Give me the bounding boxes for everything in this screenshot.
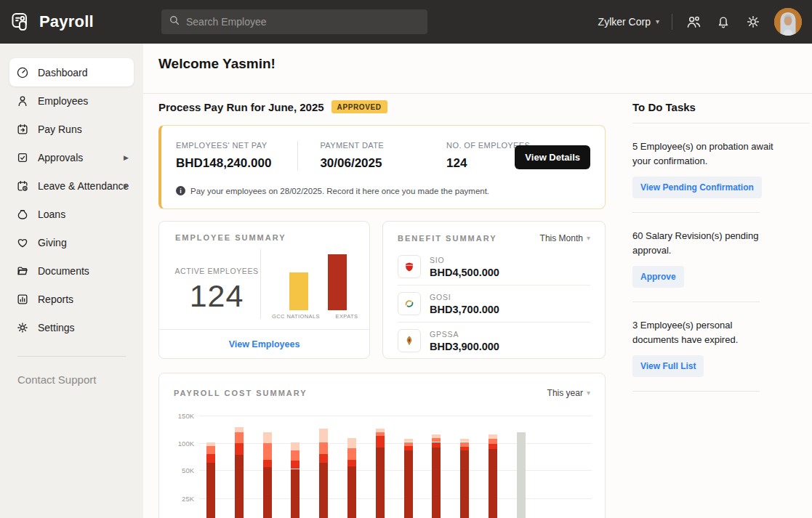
bar-9-segment-peach (432, 434, 441, 438)
reports-bar-chart-icon (16, 293, 29, 306)
sidebar-item-label: Leave & Attendance (38, 180, 129, 192)
referrals-people-icon[interactable] (685, 13, 702, 31)
user-avatar[interactable] (774, 8, 802, 36)
sidebar-item-loans[interactable]: Loans (9, 200, 134, 228)
sidebar-item-documents[interactable]: Documents (9, 256, 134, 285)
todo-header-divider (632, 123, 810, 124)
bar-5-segment-dark-red (319, 463, 328, 518)
bar-12-segment-future-gray (517, 432, 526, 518)
sidebar-item-label: Pay Runs (38, 124, 82, 135)
payroll-cost-stacked-bar-chart: 150K100K50K25K (159, 408, 605, 518)
active-employees-count: 124 (169, 278, 264, 314)
bar-1-segment-peach (206, 442, 215, 446)
gpssa-logo-icon (398, 329, 421, 352)
benefit-filter-dropdown[interactable]: This Month ▾ (540, 233, 590, 243)
task-divider (632, 302, 760, 302)
view-pending-confirmation-button[interactable]: View Pending Confirmation (632, 177, 762, 198)
notifications-bell-icon[interactable] (715, 13, 732, 31)
sidebar-item-pay-runs[interactable]: Pay Runs (9, 115, 134, 143)
org-switcher[interactable]: Zylker Corp ▾ (598, 16, 659, 28)
bar-6-segment-dark-red (347, 466, 356, 518)
sidebar-item-approvals[interactable]: Approvals ▶ (9, 143, 134, 171)
dashboard-icon (16, 66, 29, 79)
sidebar-item-label: Employees (38, 95, 88, 107)
bar-10-segment-bright-red (460, 446, 469, 450)
benefit-row-gpssa: GPSSA BHD3,900.000 (398, 323, 590, 359)
payroll-cost-card: PAYROLL COST SUMMARY This year ▾ 150K100… (158, 373, 606, 518)
search-input[interactable] (186, 16, 420, 28)
payrun-title: Process Pay Run for June, 2025 (158, 101, 324, 113)
employee-card-footer: View Employees (159, 329, 369, 358)
gosi-logo-icon (398, 292, 421, 315)
approvals-check-icon (16, 151, 29, 164)
bar-7-segment-bright-red (376, 436, 385, 448)
todo-task-expired-documents: 3 Employee(s) personal documents have ex… (632, 318, 810, 392)
payrun-note-text: Pay your employees on 28/02/2025. Record… (190, 187, 489, 195)
bar-8-segment-bright-red (404, 446, 413, 450)
bar-11-segment-coral (489, 439, 497, 444)
benefit-name: GOSI (430, 293, 499, 302)
chevron-right-icon: ▶ (124, 154, 129, 161)
bar-4-segment-bright-red (291, 461, 300, 469)
mini-bar-gcc-nationals (289, 272, 308, 310)
bar-5-segment-bright-red (319, 454, 328, 463)
employees-icon (16, 94, 29, 108)
bar-4-segment-peach (291, 442, 300, 450)
bar-1-segment-bright-red (206, 454, 215, 464)
main-content: Welcome Yasmin! Process Pay Run for June… (143, 44, 812, 518)
header-divider (143, 93, 812, 94)
bar-8-segment-dark-red (404, 450, 413, 518)
settings-gear-icon[interactable] (744, 13, 762, 31)
bar-11-segment-dark-red (489, 449, 497, 518)
y-axis-tick-label: 25K (165, 495, 194, 503)
bar-1-segment-dark-red (206, 463, 215, 518)
sidebar-item-employees[interactable]: Employees (9, 86, 134, 115)
sidebar-item-giving[interactable]: Giving (9, 228, 134, 256)
info-icon: i (176, 186, 185, 195)
bar-10-segment-peach (460, 439, 469, 442)
leave-attendance-icon (16, 179, 29, 193)
employee-search[interactable] (161, 9, 427, 34)
view-employees-link[interactable]: View Employees (229, 339, 300, 349)
app-logo[interactable]: Payroll (10, 11, 94, 33)
todo-task-probation: 5 Employee(s) on probation await your co… (632, 139, 810, 213)
active-employees-block: ACTIVE EMPLOYEES 124 (169, 267, 264, 314)
bar-3-segment-coral (263, 443, 272, 460)
giving-heart-icon (16, 236, 29, 249)
view-details-button[interactable]: View Details (515, 145, 590, 169)
y-axis-tick-label: 50K (165, 466, 194, 474)
gridline (199, 416, 592, 416)
benefit-row-gosi: GOSI BHD3,700.000 (398, 286, 590, 323)
sidebar-item-label: Reports (38, 294, 73, 305)
bar-9-segment-dark-red (432, 448, 441, 518)
sidebar-item-dashboard[interactable]: Dashboard (9, 58, 134, 86)
sidebar-item-reports[interactable]: Reports (9, 285, 134, 313)
vertical-separator (260, 249, 261, 319)
benefit-amount: BHD4,500.000 (430, 267, 499, 278)
contact-support-link[interactable]: Contact Support (0, 357, 143, 386)
task-text: 3 Employee(s) personal documents have ex… (632, 318, 778, 347)
summary-row: EMPLOYEE SUMMARY ACTIVE EMPLOYEES 124 GC… (158, 221, 606, 359)
sidebar-item-label: Dashboard (38, 67, 88, 78)
sidebar-item-leave-attendance[interactable]: Leave & Attendance ▶ (9, 171, 134, 200)
y-axis-tick-label: 150K (165, 412, 194, 420)
cost-filter-dropdown[interactable]: This year ▾ (547, 388, 590, 398)
view-full-list-button[interactable]: View Full List (632, 355, 704, 377)
sidebar-item-label: Documents (38, 265, 89, 277)
bar-8-segment-peach (404, 439, 413, 442)
employee-mini-bar-chart (274, 251, 361, 310)
card-title: BENEFIT SUMMARY (398, 234, 497, 243)
filter-value: This year (547, 388, 583, 398)
dashboard-left-column: Process Pay Run for June, 2025 APPROVED … (158, 98, 606, 518)
sidebar-item-settings[interactable]: Settings (9, 313, 134, 341)
chevron-down-icon: ▾ (656, 18, 659, 25)
approve-button[interactable]: Approve (632, 266, 684, 288)
bar-2-segment-bright-red (235, 443, 244, 455)
todo-title: To Do Tasks (632, 101, 810, 113)
benefit-name: SIO (430, 256, 499, 264)
task-text: 60 Salary Revision(s) pending approval. (632, 229, 778, 257)
app-name: Payroll (39, 12, 94, 31)
bar-3-segment-bright-red (263, 460, 272, 467)
loans-money-bag-icon (16, 208, 29, 221)
payrun-header: Process Pay Run for June, 2025 APPROVED (158, 98, 606, 116)
